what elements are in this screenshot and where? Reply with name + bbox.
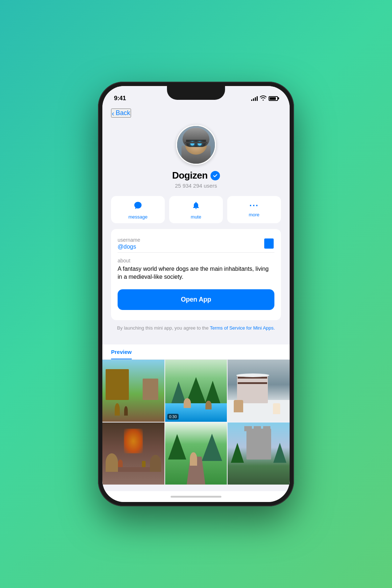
more-button[interactable]: ··· more <box>227 196 281 223</box>
battery-icon <box>269 96 278 101</box>
phone-frame: 9:41 <box>98 82 294 506</box>
terms-prefix: By launching this mini app, you agree to… <box>117 325 210 331</box>
video-duration-2: 0:30 <box>167 414 179 420</box>
grid-item-6[interactable] <box>228 422 290 485</box>
phone-notch <box>167 86 225 100</box>
profile-name-row: Dogizen <box>172 170 220 181</box>
grid-item-4[interactable] <box>102 422 164 485</box>
chevron-left-icon: ‹ <box>112 110 114 117</box>
message-button[interactable]: message <box>111 196 165 223</box>
about-row: about A fantasy world where dogs are the… <box>118 253 274 283</box>
about-value: A fantasy world where dogs are the main … <box>118 265 274 281</box>
about-label: about <box>118 258 274 264</box>
mute-label: mute <box>191 214 201 220</box>
message-label: message <box>128 214 148 220</box>
status-icons <box>251 95 278 102</box>
preview-tab-bar: Preview <box>102 344 290 360</box>
wifi-icon <box>260 95 266 102</box>
profile-name: Dogizen <box>172 170 208 181</box>
grid-item-2[interactable]: 0:30 <box>165 360 227 422</box>
grid-item-3[interactable] <box>228 360 290 422</box>
username-label: username <box>118 237 264 243</box>
grid-item-5[interactable] <box>165 422 227 485</box>
back-button[interactable]: ‹ Back <box>111 109 131 118</box>
home-indicator <box>102 491 290 502</box>
grid-item-1[interactable] <box>102 360 164 422</box>
status-time: 9:41 <box>114 95 126 102</box>
svg-rect-8 <box>270 246 271 248</box>
profile-section: Dogizen 25 934 294 users <box>102 122 290 344</box>
svg-rect-7 <box>272 244 273 246</box>
more-icon: ··· <box>249 201 259 210</box>
scroll-content: ‹ Back <box>102 106 290 502</box>
more-label: more <box>249 212 260 217</box>
nav-bar: ‹ Back <box>102 106 290 122</box>
svg-rect-5 <box>266 245 267 247</box>
mute-button[interactable]: mute <box>169 196 223 223</box>
open-app-button[interactable]: Open App <box>118 289 274 310</box>
message-icon <box>134 201 142 212</box>
action-buttons-row: message mute ··· more <box>111 196 281 223</box>
qr-code-icon[interactable] <box>264 238 274 249</box>
bell-icon <box>192 201 200 212</box>
image-grid: 0:30 <box>102 360 290 484</box>
preview-section: Preview <box>102 344 290 491</box>
svg-rect-1 <box>266 240 267 242</box>
terms-link[interactable]: Terms of Service for Mini Apps. <box>210 325 275 331</box>
svg-rect-9 <box>272 246 273 248</box>
profile-users-count: 25 934 294 users <box>175 183 217 189</box>
tab-preview[interactable]: Preview <box>111 344 132 359</box>
terms-text: By launching this mini app, you agree to… <box>116 324 277 332</box>
username-value[interactable]: @dogs <box>118 244 264 250</box>
signal-icon <box>251 96 258 101</box>
verified-badge <box>211 171 220 180</box>
avatar <box>176 125 216 165</box>
back-label: Back <box>116 109 130 117</box>
phone-screen: 9:41 <box>102 86 290 502</box>
info-card: username @dogs <box>111 229 281 320</box>
username-row: username @dogs <box>118 235 274 253</box>
svg-rect-3 <box>271 240 272 242</box>
svg-rect-6 <box>270 244 271 246</box>
